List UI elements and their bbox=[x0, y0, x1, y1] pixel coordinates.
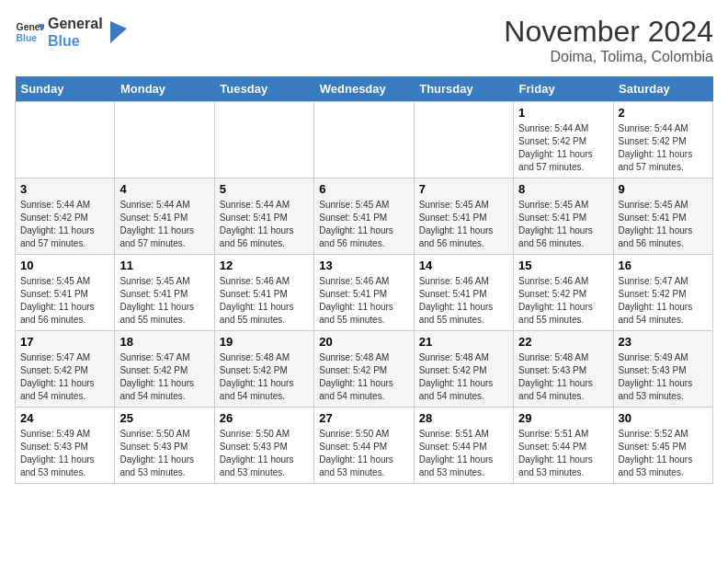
day-number: 3 bbox=[20, 182, 109, 196]
week-row-3: 10Sunrise: 5:45 AM Sunset: 5:41 PM Dayli… bbox=[16, 255, 713, 331]
calendar-cell: 30Sunrise: 5:52 AM Sunset: 5:45 PM Dayli… bbox=[613, 408, 712, 484]
month-title: November 2024 bbox=[504, 15, 713, 49]
calendar-cell bbox=[16, 102, 115, 178]
header-saturday: Saturday bbox=[613, 76, 712, 102]
calendar-cell: 8Sunrise: 5:45 AM Sunset: 5:41 PM Daylig… bbox=[514, 178, 613, 255]
day-number: 5 bbox=[220, 182, 309, 196]
week-row-2: 3Sunrise: 5:44 AM Sunset: 5:42 PM Daylig… bbox=[16, 178, 713, 255]
day-number: 16 bbox=[619, 259, 708, 272]
day-info: Sunrise: 5:48 AM Sunset: 5:42 PM Dayligh… bbox=[220, 351, 309, 403]
day-info: Sunrise: 5:44 AM Sunset: 5:42 PM Dayligh… bbox=[518, 122, 608, 174]
week-row-4: 17Sunrise: 5:47 AM Sunset: 5:42 PM Dayli… bbox=[16, 331, 713, 408]
calendar-cell: 16Sunrise: 5:47 AM Sunset: 5:42 PM Dayli… bbox=[613, 255, 712, 331]
day-number: 25 bbox=[119, 411, 209, 425]
calendar-cell: 4Sunrise: 5:44 AM Sunset: 5:41 PM Daylig… bbox=[115, 178, 214, 255]
calendar-cell bbox=[214, 102, 313, 178]
calendar-cell: 21Sunrise: 5:48 AM Sunset: 5:42 PM Dayli… bbox=[414, 331, 513, 408]
header-wednesday: Wednesday bbox=[314, 76, 414, 102]
calendar-cell: 25Sunrise: 5:50 AM Sunset: 5:43 PM Dayli… bbox=[115, 408, 214, 484]
day-number: 4 bbox=[119, 182, 209, 196]
calendar-cell: 9Sunrise: 5:45 AM Sunset: 5:41 PM Daylig… bbox=[613, 178, 712, 255]
day-number: 17 bbox=[20, 335, 109, 349]
calendar-cell: 2Sunrise: 5:44 AM Sunset: 5:42 PM Daylig… bbox=[613, 102, 712, 178]
day-number: 29 bbox=[518, 411, 608, 425]
header-sunday: Sunday bbox=[16, 76, 115, 102]
day-info: Sunrise: 5:48 AM Sunset: 5:43 PM Dayligh… bbox=[518, 351, 608, 403]
day-info: Sunrise: 5:47 AM Sunset: 5:42 PM Dayligh… bbox=[119, 351, 209, 403]
calendar-cell: 6Sunrise: 5:45 AM Sunset: 5:41 PM Daylig… bbox=[314, 178, 414, 255]
day-number: 23 bbox=[619, 335, 708, 349]
day-number: 20 bbox=[319, 335, 408, 349]
day-info: Sunrise: 5:47 AM Sunset: 5:42 PM Dayligh… bbox=[619, 275, 708, 327]
calendar-cell bbox=[314, 102, 414, 178]
calendar-cell: 28Sunrise: 5:51 AM Sunset: 5:44 PM Dayli… bbox=[414, 408, 513, 484]
calendar-cell: 20Sunrise: 5:48 AM Sunset: 5:42 PM Dayli… bbox=[314, 331, 414, 408]
day-number: 21 bbox=[419, 335, 508, 349]
day-number: 1 bbox=[518, 106, 608, 120]
calendar-cell bbox=[115, 102, 214, 178]
day-number: 28 bbox=[419, 411, 508, 425]
calendar-cell: 24Sunrise: 5:49 AM Sunset: 5:43 PM Dayli… bbox=[16, 408, 115, 484]
calendar-cell: 3Sunrise: 5:44 AM Sunset: 5:42 PM Daylig… bbox=[16, 178, 115, 255]
header-monday: Monday bbox=[115, 76, 214, 102]
day-number: 14 bbox=[419, 259, 508, 272]
calendar-cell: 12Sunrise: 5:46 AM Sunset: 5:41 PM Dayli… bbox=[214, 255, 313, 331]
logo-icon: General Blue bbox=[15, 17, 44, 47]
calendar-cell: 23Sunrise: 5:49 AM Sunset: 5:43 PM Dayli… bbox=[613, 331, 712, 408]
svg-text:General: General bbox=[17, 23, 44, 33]
day-number: 2 bbox=[619, 106, 708, 120]
day-info: Sunrise: 5:49 AM Sunset: 5:43 PM Dayligh… bbox=[20, 428, 109, 479]
day-info: Sunrise: 5:45 AM Sunset: 5:41 PM Dayligh… bbox=[619, 199, 708, 250]
day-number: 12 bbox=[220, 259, 309, 272]
day-info: Sunrise: 5:44 AM Sunset: 5:42 PM Dayligh… bbox=[619, 122, 708, 174]
day-info: Sunrise: 5:44 AM Sunset: 5:42 PM Dayligh… bbox=[20, 199, 109, 250]
calendar-cell: 22Sunrise: 5:48 AM Sunset: 5:43 PM Dayli… bbox=[514, 331, 613, 408]
day-info: Sunrise: 5:47 AM Sunset: 5:42 PM Dayligh… bbox=[20, 351, 109, 403]
calendar-cell: 5Sunrise: 5:44 AM Sunset: 5:41 PM Daylig… bbox=[214, 178, 313, 255]
header-thursday: Thursday bbox=[414, 76, 513, 102]
day-number: 10 bbox=[20, 259, 109, 272]
day-number: 11 bbox=[119, 259, 209, 272]
day-info: Sunrise: 5:45 AM Sunset: 5:41 PM Dayligh… bbox=[20, 275, 109, 327]
day-number: 24 bbox=[20, 411, 109, 425]
calendar-cell: 15Sunrise: 5:46 AM Sunset: 5:42 PM Dayli… bbox=[514, 255, 613, 331]
day-info: Sunrise: 5:48 AM Sunset: 5:42 PM Dayligh… bbox=[319, 351, 408, 403]
calendar-cell: 17Sunrise: 5:47 AM Sunset: 5:42 PM Dayli… bbox=[16, 331, 115, 408]
calendar-cell: 26Sunrise: 5:50 AM Sunset: 5:43 PM Dayli… bbox=[214, 408, 313, 484]
logo-blue: Blue bbox=[48, 32, 103, 50]
logo: General Blue General Blue bbox=[15, 15, 129, 50]
day-info: Sunrise: 5:50 AM Sunset: 5:43 PM Dayligh… bbox=[220, 428, 309, 479]
day-info: Sunrise: 5:51 AM Sunset: 5:44 PM Dayligh… bbox=[419, 428, 508, 479]
day-info: Sunrise: 5:46 AM Sunset: 5:41 PM Dayligh… bbox=[220, 275, 309, 327]
day-info: Sunrise: 5:45 AM Sunset: 5:41 PM Dayligh… bbox=[319, 199, 408, 250]
day-number: 22 bbox=[518, 335, 608, 349]
calendar-cell: 14Sunrise: 5:46 AM Sunset: 5:41 PM Dayli… bbox=[414, 255, 513, 331]
calendar-cell bbox=[414, 102, 513, 178]
day-number: 26 bbox=[220, 411, 309, 425]
week-row-1: 1Sunrise: 5:44 AM Sunset: 5:42 PM Daylig… bbox=[16, 102, 713, 178]
svg-marker-3 bbox=[110, 21, 127, 43]
calendar-cell: 27Sunrise: 5:50 AM Sunset: 5:44 PM Dayli… bbox=[314, 408, 414, 484]
day-info: Sunrise: 5:51 AM Sunset: 5:44 PM Dayligh… bbox=[518, 428, 608, 479]
day-number: 8 bbox=[518, 182, 608, 196]
day-number: 18 bbox=[119, 335, 209, 349]
calendar-cell: 13Sunrise: 5:46 AM Sunset: 5:41 PM Dayli… bbox=[314, 255, 414, 331]
header-tuesday: Tuesday bbox=[214, 76, 313, 102]
calendar-cell: 19Sunrise: 5:48 AM Sunset: 5:42 PM Dayli… bbox=[214, 331, 313, 408]
day-number: 30 bbox=[619, 411, 708, 425]
day-info: Sunrise: 5:45 AM Sunset: 5:41 PM Dayligh… bbox=[419, 199, 508, 250]
day-info: Sunrise: 5:52 AM Sunset: 5:45 PM Dayligh… bbox=[619, 428, 708, 479]
page-header: General Blue General Blue November 2024 … bbox=[15, 15, 713, 65]
logo-general: General bbox=[48, 15, 103, 32]
svg-text:Blue: Blue bbox=[17, 33, 38, 43]
day-number: 15 bbox=[518, 259, 608, 272]
logo-triangle-icon bbox=[107, 19, 129, 45]
calendar-table: SundayMondayTuesdayWednesdayThursdayFrid… bbox=[15, 76, 713, 484]
calendar-cell: 11Sunrise: 5:45 AM Sunset: 5:41 PM Dayli… bbox=[115, 255, 214, 331]
day-info: Sunrise: 5:45 AM Sunset: 5:41 PM Dayligh… bbox=[518, 199, 608, 250]
day-number: 27 bbox=[319, 411, 408, 425]
header-friday: Friday bbox=[514, 76, 613, 102]
title-block: November 2024 Doima, Tolima, Colombia bbox=[504, 15, 713, 65]
location: Doima, Tolima, Colombia bbox=[504, 49, 713, 65]
day-info: Sunrise: 5:48 AM Sunset: 5:42 PM Dayligh… bbox=[419, 351, 508, 403]
